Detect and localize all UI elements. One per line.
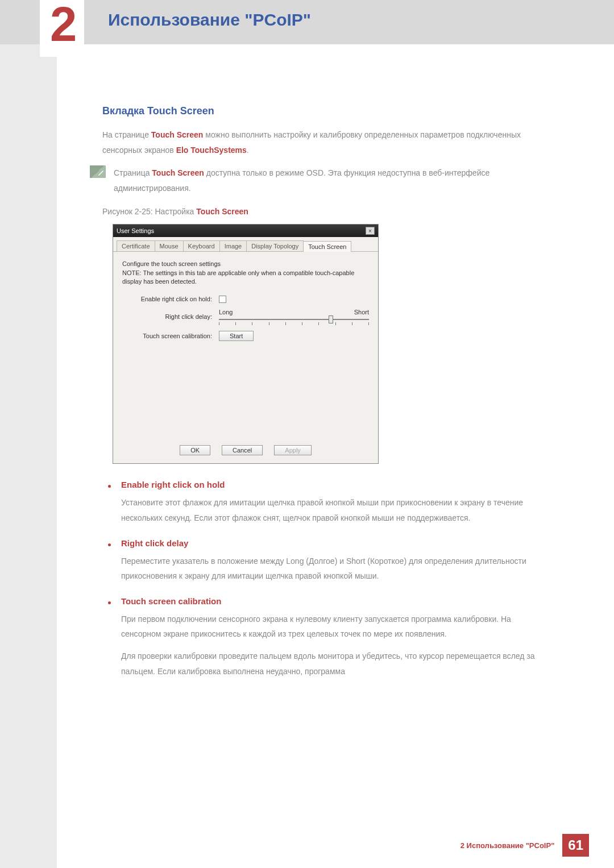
list-item: Enable right click on hold Установите эт…	[108, 480, 540, 525]
note-prefix: Страница	[114, 168, 152, 177]
bullet-title-2: Touch screen calibration	[121, 596, 221, 606]
form-row-right-click-delay: Right click delay: Long Short	[122, 309, 369, 325]
tab-certificate[interactable]: Certificate	[117, 240, 155, 251]
bullet-title-1: Right click delay	[121, 538, 188, 548]
cancel-button[interactable]: Cancel	[222, 445, 263, 455]
left-margin-band	[0, 0, 57, 868]
tab-mouse[interactable]: Mouse	[155, 240, 184, 251]
slider-track[interactable]	[219, 319, 369, 320]
page-footer: 2 Использование "PCoIP" 61	[460, 834, 589, 857]
intro-prefix: На странице	[102, 130, 151, 139]
figure-caption: Рисунок 2-25: Настройка Touch Screen	[102, 207, 540, 216]
bullet-title-0: Enable right click on hold	[121, 480, 225, 489]
note-kw: Touch Screen	[152, 168, 204, 177]
form-row-enable-right-click: Enable right click on hold:	[122, 296, 369, 303]
chapter-number: 2	[50, 0, 77, 52]
start-calibration-button[interactable]: Start	[219, 331, 254, 341]
slider-label-long: Long	[219, 309, 233, 315]
bullet-text-2-1: Для проверки калибровки проведите пальце…	[121, 649, 540, 679]
apply-button[interactable]: Apply	[274, 445, 312, 455]
note-icon	[90, 165, 106, 178]
tab-display-topology[interactable]: Display Topology	[246, 240, 304, 251]
section-heading: Вкладка Touch Screen	[102, 105, 540, 117]
dialog-titlebar: User Settings ×	[113, 225, 378, 237]
bullet-text-1-0: Переместите указатель в положение между …	[121, 554, 540, 584]
page-content: Вкладка Touch Screen На странице Touch S…	[102, 105, 540, 691]
bullet-text-0-0: Установите этот флажок для имитации щелч…	[121, 495, 540, 525]
form-row-calibration: Touch screen calibration: Start	[122, 331, 369, 341]
user-settings-dialog: User Settings × Certificate Mouse Keyboa…	[113, 224, 379, 464]
bullet-icon	[108, 543, 111, 546]
intro-suffix: .	[247, 146, 249, 155]
chapter-title: Использование "PCoIP"	[108, 10, 311, 30]
dialog-footer: OK Cancel Apply	[113, 439, 378, 463]
slider-thumb[interactable]	[329, 315, 333, 323]
list-item: Touch screen calibration При первом подк…	[108, 596, 540, 679]
dialog-title: User Settings	[117, 227, 154, 234]
bullet-icon	[108, 601, 111, 604]
feature-list: Enable right click on hold Установите эт…	[108, 480, 540, 679]
intro-kw1: Touch Screen	[151, 130, 204, 139]
ok-button[interactable]: OK	[180, 445, 210, 455]
close-icon[interactable]: ×	[366, 227, 375, 235]
list-item: Right click delay Переместите указатель …	[108, 538, 540, 584]
slider-label-short: Short	[354, 309, 369, 315]
note-text: Страница Touch Screen доступна только в …	[114, 165, 540, 196]
tab-touch-screen[interactable]: Touch Screen	[303, 241, 351, 252]
bullet-text-2-0: При первом подключении сенсорного экрана…	[121, 612, 540, 642]
figure-prefix: Рисунок 2-25: Настройка	[102, 207, 196, 216]
slider-right-click-delay[interactable]: Long Short	[219, 309, 369, 325]
label-enable-right-click: Enable right click on hold:	[122, 296, 219, 302]
figure-kw: Touch Screen	[196, 207, 248, 216]
dialog-instructions: Configure the touch screen settings NOTE…	[122, 260, 369, 286]
tab-keyboard[interactable]: Keyboard	[183, 240, 220, 251]
tab-image[interactable]: Image	[219, 240, 247, 251]
note-block: Страница Touch Screen доступна только в …	[90, 165, 540, 196]
dialog-instr-line2: NOTE: The settings in this tab are appli…	[122, 269, 354, 285]
intro-kw2: Elo TouchSystems	[176, 146, 247, 155]
bullet-icon	[108, 485, 111, 488]
page-number: 61	[562, 834, 589, 857]
footer-chapter-ref: 2 Использование "PCoIP"	[460, 841, 555, 850]
dialog-instr-line1: Configure the touch screen settings	[122, 260, 221, 267]
slider-ticks	[219, 322, 369, 325]
dialog-tabs: Certificate Mouse Keyboard Image Display…	[113, 237, 378, 252]
label-calibration: Touch screen calibration:	[122, 333, 219, 339]
checkbox-enable-right-click[interactable]	[219, 296, 226, 303]
label-right-click-delay: Right click delay:	[122, 313, 219, 320]
intro-paragraph: На странице Touch Screen можно выполнить…	[102, 127, 540, 157]
dialog-body: Configure the touch screen settings NOTE…	[113, 252, 378, 439]
